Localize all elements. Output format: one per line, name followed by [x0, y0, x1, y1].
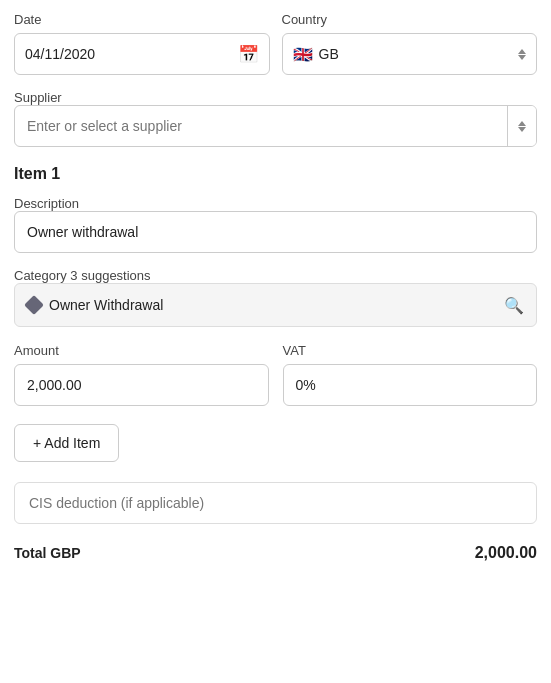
- country-flag-icon: 🇬🇧: [293, 45, 313, 64]
- vat-label: VAT: [283, 343, 538, 358]
- country-value: GB: [319, 46, 339, 62]
- total-row: Total GBP 2,000.00: [14, 540, 537, 562]
- amount-label: Amount: [14, 343, 269, 358]
- country-select-left: 🇬🇧 GB: [293, 45, 339, 64]
- country-select[interactable]: 🇬🇧 GB: [282, 33, 538, 75]
- country-label: Country: [282, 12, 538, 27]
- supplier-wrapper[interactable]: [14, 105, 537, 147]
- country-chevron-icon: [518, 49, 526, 60]
- description-field-group: Description: [14, 195, 537, 267]
- date-input-wrapper[interactable]: 📅: [14, 33, 270, 75]
- vat-display: 0%: [283, 364, 538, 406]
- category-suggestion-text: Owner Withdrawal: [49, 297, 163, 313]
- category-suggestion-item[interactable]: Owner Withdrawal 🔍: [14, 283, 537, 327]
- supplier-label: Supplier: [14, 90, 62, 105]
- add-item-button[interactable]: + Add Item: [14, 424, 119, 462]
- amount-vat-row: Amount VAT 0%: [14, 343, 537, 406]
- country-field-group: Country 🇬🇧 GB: [282, 12, 538, 75]
- amount-field-group: Amount: [14, 343, 269, 406]
- category-field-group: Category 3 suggestions Owner Withdrawal …: [14, 267, 537, 327]
- cis-input[interactable]: [14, 482, 537, 524]
- category-suggestion-left: Owner Withdrawal: [27, 297, 163, 313]
- supplier-input[interactable]: [15, 118, 507, 134]
- item1-heading: Item 1: [14, 165, 537, 183]
- date-input[interactable]: [15, 46, 228, 62]
- date-label: Date: [14, 12, 270, 27]
- diamond-icon: [24, 295, 44, 315]
- description-label: Description: [14, 196, 79, 211]
- date-field-group: Date 📅: [14, 12, 270, 75]
- total-value: 2,000.00: [475, 544, 537, 562]
- search-icon[interactable]: 🔍: [504, 296, 524, 315]
- vat-value: 0%: [296, 377, 316, 393]
- supplier-dropdown-button[interactable]: [507, 106, 536, 146]
- supplier-field-group: Supplier: [14, 89, 537, 147]
- supplier-chevron-icon: [518, 121, 526, 132]
- amount-input[interactable]: [14, 364, 269, 406]
- description-input[interactable]: [14, 211, 537, 253]
- category-label: Category 3 suggestions: [14, 268, 151, 283]
- total-label: Total GBP: [14, 545, 81, 561]
- vat-field-group: VAT 0%: [283, 343, 538, 406]
- calendar-icon: 📅: [228, 44, 269, 65]
